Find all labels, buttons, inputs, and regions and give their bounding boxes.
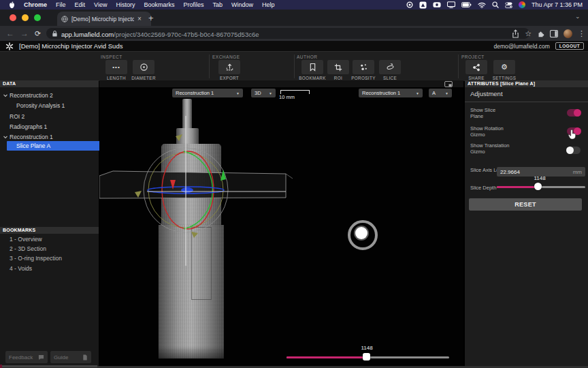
slice-depth-slider-knob[interactable]	[363, 353, 370, 361]
slice-depth-panel-value: 1148	[526, 175, 553, 181]
kebab-menu-icon[interactable]: ⋮	[578, 29, 585, 38]
chevron-down-icon[interactable]	[3, 134, 10, 140]
chevron-down-icon[interactable]	[3, 93, 10, 98]
slice-axis-length-value: 22.9664	[500, 169, 520, 175]
toggle-knob	[574, 109, 581, 117]
mouse-cursor-hand	[568, 129, 577, 142]
menubar-item-profiles[interactable]: Profiles	[183, 1, 203, 8]
side-panel-icon[interactable]	[550, 30, 558, 37]
browser-tabstrip: [Demo] Microchip Injector Avid × + ⌄	[0, 10, 588, 26]
bottom-edge-accent	[0, 365, 2, 368]
show-slice-plane-toggle[interactable]	[567, 109, 581, 117]
project-title: [Demo] Microchip Injector Avid Suds	[19, 42, 122, 50]
tree-item-label: ROI 2	[10, 113, 24, 120]
menubar-item-help[interactable]: Help	[262, 1, 275, 8]
diameter-button[interactable]	[133, 60, 154, 74]
menubar-clock[interactable]: Thu Apr 7 1:36 PM	[532, 1, 583, 8]
browser-tab[interactable]: [Demo] Microchip Injector Avid ×	[57, 12, 151, 26]
diameter-icon	[140, 63, 148, 72]
window-zoom-button[interactable]	[34, 14, 41, 21]
slice-label: SLICE	[372, 76, 408, 80]
tree-item-roi-2[interactable]: ROI 2	[0, 111, 108, 121]
guide-button[interactable]: Guide	[50, 351, 91, 363]
bottom-strip-sidebar	[2, 365, 97, 367]
slice-button[interactable]	[379, 60, 401, 74]
bookmark-item-2[interactable]: 2 - 3D Section	[10, 245, 46, 252]
slice-depth-value: 1148	[353, 345, 380, 351]
display-icon[interactable]	[447, 1, 455, 8]
new-tab-button[interactable]: +	[148, 14, 154, 22]
feedback-button[interactable]: Feedback	[5, 351, 48, 363]
diameter-label: DIAMETER	[126, 76, 161, 80]
window-close-button[interactable]	[10, 14, 16, 21]
screen: Chrome File Edit View History Bookmarks …	[0, 0, 588, 368]
slider-fill	[287, 356, 367, 358]
gizmo-overlay[interactable]	[99, 80, 463, 368]
menubar-item-window[interactable]: Window	[231, 1, 253, 8]
forward-icon[interactable]: →	[20, 29, 29, 38]
share-button[interactable]	[466, 60, 487, 74]
apple-icon[interactable]	[9, 1, 15, 9]
settings-button[interactable]: ⚙	[493, 60, 515, 74]
tree-item-reconstruction-1[interactable]: Reconstruction 1	[0, 132, 99, 142]
share-page-icon[interactable]	[512, 29, 519, 38]
menubar-item-tab[interactable]: Tab	[212, 1, 223, 8]
video-camera-icon[interactable]	[433, 1, 441, 8]
url-host: app.lumafield.com	[61, 31, 114, 38]
menubar-item-edit[interactable]: Edit	[75, 1, 86, 8]
divider	[294, 55, 295, 78]
show-translation-gizmo-toggle[interactable]	[567, 147, 581, 154]
bookmark-item-1[interactable]: 1 - Overview	[10, 236, 42, 243]
bookmark-button[interactable]	[301, 60, 323, 74]
lock-icon[interactable]	[52, 30, 58, 37]
data-panel-header: DATA	[0, 80, 99, 87]
user-switch-ball-icon[interactable]	[519, 1, 525, 8]
roi-button[interactable]	[327, 60, 349, 74]
export-icon	[225, 63, 234, 72]
reset-button[interactable]: RESET	[469, 198, 582, 211]
window-minimize-button[interactable]	[22, 14, 29, 21]
show-slice-plane-label: Show Slice Plane	[470, 107, 510, 119]
control-center-icon[interactable]	[505, 2, 512, 8]
feedback-label: Feedback	[9, 354, 33, 361]
url-bar[interactable]: app.lumafield.com/project/340c2569-970c-…	[46, 28, 529, 39]
spotlight-search-icon[interactable]	[492, 1, 499, 8]
menubar-item-bookmarks[interactable]: Bookmarks	[144, 1, 174, 8]
main-viewport[interactable]: Reconstruction 1▼ 3D▼ 10 mm Reconstructi…	[99, 80, 463, 368]
tree-item-label: Slice Plane A	[16, 142, 50, 149]
tab-close-icon[interactable]: ×	[137, 16, 142, 22]
slice-view-ring	[349, 221, 376, 249]
reload-icon[interactable]: ⟳	[35, 29, 41, 38]
tree-item-reconstruction-2[interactable]: Reconstruction 2	[0, 90, 99, 100]
slice-depth-panel-slider-knob[interactable]	[534, 183, 542, 190]
menubar-item-file[interactable]: File	[56, 1, 66, 8]
browser-toolbar: ← → ⟳ app.lumafield.com/project/340c2569…	[0, 26, 588, 41]
tab-search-chevron-icon[interactable]: ⌄	[575, 13, 581, 20]
export-button[interactable]	[218, 60, 240, 74]
lumafield-logo-icon[interactable]	[5, 42, 14, 50]
tree-item-slice-plane-a-selected[interactable]: Slice Plane A	[7, 141, 108, 151]
camo-triangle-icon[interactable]	[419, 1, 427, 9]
record-icon[interactable]	[406, 1, 413, 8]
tree-item-radiographs-1[interactable]: Radiographs 1	[0, 121, 108, 132]
menubar-item-chrome[interactable]: Chrome	[24, 1, 47, 8]
menubar-item-history[interactable]: History	[116, 1, 135, 8]
avatar[interactable]	[564, 29, 572, 38]
divider	[458, 55, 459, 78]
bookmark-item-3[interactable]: 3 - O-ring Inspection	[10, 255, 62, 262]
back-icon[interactable]: ←	[6, 29, 14, 38]
url-path: /project/340c2569-970c-47b5-b0c4-867075d…	[114, 31, 259, 38]
menubar-item-view[interactable]: View	[94, 1, 107, 8]
guide-label: Guide	[54, 354, 68, 361]
logout-button[interactable]: LOGOUT	[555, 42, 584, 50]
show-translation-gizmo-label: Show Translation Gizmo	[470, 142, 510, 155]
bookmark-star-icon[interactable]: ☆	[525, 29, 532, 38]
tree-item-porosity-analysis-1[interactable]: Porosity Analysis 1	[0, 100, 115, 110]
battery-icon	[461, 2, 472, 7]
porosity-button[interactable]	[353, 60, 374, 74]
extensions-puzzle-icon[interactable]	[537, 30, 544, 37]
bookmark-item-4[interactable]: 4 - Voids	[10, 265, 32, 272]
length-button[interactable]: •••	[105, 60, 127, 74]
toggle-knob	[566, 147, 574, 154]
wifi-icon[interactable]	[478, 2, 486, 8]
